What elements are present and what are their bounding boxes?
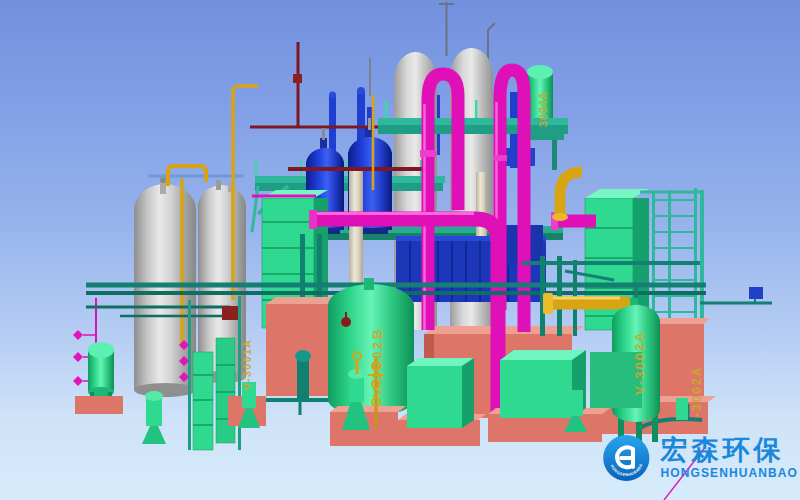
plant-render: V-3001A V-3002B V-3002A 3004A -3002A HON… — [0, 0, 800, 500]
tag-v3001a: V-3001A — [241, 339, 253, 390]
logo-name-chinese: 宏森环保 — [661, 437, 798, 464]
tag-right-3002a: -3002A — [690, 366, 704, 417]
logo-name-english: HONGSENHUANBAO — [661, 467, 798, 479]
logo-mark: HONGSENHUANBAO — [598, 419, 655, 497]
magenta-valve-handles — [179, 340, 189, 382]
company-logo: HONGSENHUANBAO 宏森环保 HONGSENHUANBAO — [598, 418, 798, 498]
tag-v3002a: V-3002A — [632, 330, 647, 395]
tag-v3002b: V-3002B — [370, 327, 385, 397]
tag-3004a: 3004A — [537, 91, 549, 127]
